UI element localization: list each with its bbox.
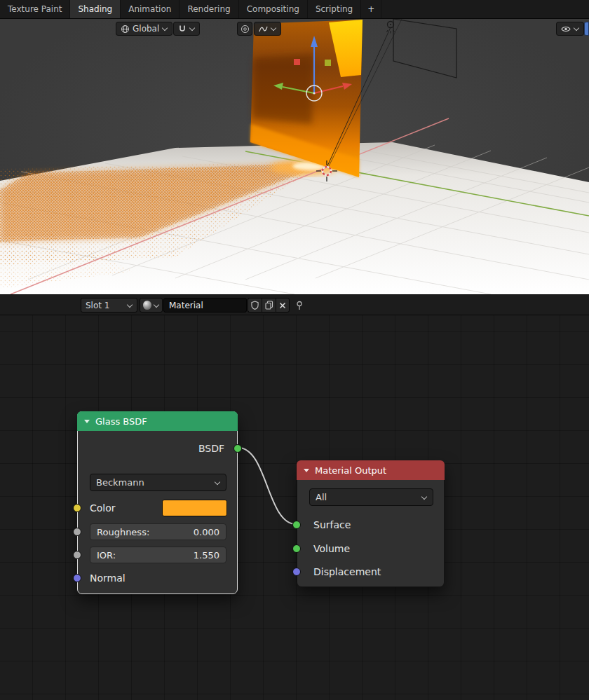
bsdf-output-socket[interactable] <box>233 444 242 453</box>
chevron-down-icon <box>271 26 276 32</box>
falloff-wave-icon <box>259 25 268 33</box>
target-select[interactable]: All <box>309 488 433 506</box>
unlink-material-button[interactable] <box>276 298 290 313</box>
shader-editor-header: Slot 1 Material <box>0 294 589 315</box>
tab-texture-paint[interactable]: Texture Paint <box>0 0 70 18</box>
fake-user-button[interactable] <box>248 298 262 313</box>
tab-label: Texture Paint <box>8 4 62 14</box>
target-value: All <box>316 492 327 502</box>
overlays-dropdown[interactable] <box>556 22 584 36</box>
tab-scripting[interactable]: Scripting <box>308 0 361 18</box>
tab-label: Scripting <box>316 4 353 14</box>
roughness-input-socket[interactable] <box>73 528 81 536</box>
close-icon <box>279 302 286 309</box>
workspace-tabbar: Texture Paint Shading Animation Renderin… <box>0 0 589 19</box>
displacement-label: Displacement <box>313 563 381 580</box>
bsdf-output-label: BSDF <box>198 440 224 457</box>
chevron-down-icon <box>154 303 159 308</box>
node-title: Material Output <box>315 465 386 476</box>
gizmo-plane-handle-x <box>294 59 300 65</box>
material-preview-icon <box>143 301 151 310</box>
volume-label: Volume <box>313 540 350 557</box>
collapse-icon[interactable] <box>84 420 90 423</box>
node-title: Glass BSDF <box>95 416 147 427</box>
proportional-editing-button[interactable] <box>237 22 252 36</box>
material-name-value: Material <box>169 301 203 310</box>
chevron-down-icon <box>162 26 168 32</box>
color-input-socket[interactable] <box>73 504 81 512</box>
surface-input-socket[interactable] <box>292 521 301 529</box>
distribution-select[interactable]: Beckmann <box>90 474 226 491</box>
slot-label: Slot 1 <box>86 301 109 310</box>
tab-shading[interactable]: Shading <box>70 0 121 18</box>
normal-input-socket[interactable] <box>73 574 81 582</box>
material-name-field[interactable]: Material <box>163 298 247 313</box>
ior-input-socket[interactable] <box>73 551 81 559</box>
tab-label: Animation <box>128 4 171 14</box>
falloff-dropdown[interactable] <box>254 22 281 36</box>
ior-label: IOR: <box>97 550 116 561</box>
copy-icon <box>265 301 273 310</box>
color-swatch[interactable] <box>162 500 227 516</box>
distribution-value: Beckmann <box>96 477 144 488</box>
roughness-field[interactable]: Roughness: 0.000 <box>90 523 226 540</box>
gizmo-center-dot <box>313 92 315 94</box>
orientation-globe-icon <box>121 25 130 34</box>
volume-input-socket[interactable] <box>292 544 301 553</box>
tab-rendering[interactable]: Rendering <box>180 0 238 18</box>
chevron-down-icon <box>421 495 427 500</box>
tab-label: Compositing <box>247 4 299 14</box>
snapping-dropdown[interactable] <box>173 22 200 36</box>
node-link[interactable] <box>238 448 296 524</box>
orientation-label: Global <box>133 24 159 34</box>
ior-value: 1.550 <box>194 550 219 561</box>
chevron-down-icon <box>127 303 133 308</box>
output-node-header[interactable]: Material Output <box>297 460 445 480</box>
viewport-3d[interactable]: Global <box>0 19 589 294</box>
pin-icon <box>295 301 304 310</box>
orientation-dropdown[interactable]: Global <box>116 22 172 36</box>
ior-field[interactable]: IOR: 1.550 <box>90 547 226 563</box>
plus-icon: + <box>367 4 374 14</box>
displacement-input-socket[interactable] <box>292 568 301 576</box>
glass-bsdf-node[interactable]: Glass BSDF BSDF Beckmann Color Roughness… <box>77 411 238 594</box>
add-workspace-button[interactable]: + <box>361 0 381 18</box>
chevron-down-icon <box>574 26 579 32</box>
shading-mode-button-partial[interactable] <box>584 22 589 36</box>
material-slot-select[interactable]: Slot 1 <box>81 298 137 313</box>
color-label: Color <box>90 500 116 516</box>
eye-icon <box>561 25 571 33</box>
collapse-icon[interactable] <box>304 469 309 472</box>
chevron-down-icon <box>189 26 195 32</box>
shield-icon <box>251 301 259 310</box>
magnet-icon <box>178 25 187 33</box>
proportional-circle-icon <box>241 25 250 34</box>
shader-editor[interactable]: Glass BSDF BSDF Beckmann Color Roughness… <box>0 315 589 700</box>
chevron-down-icon <box>215 480 220 486</box>
browse-material-button[interactable] <box>140 298 163 313</box>
tab-compositing[interactable]: Compositing <box>239 0 308 18</box>
gizmo-plane-handle-y <box>325 60 331 66</box>
tab-label: Rendering <box>187 4 230 14</box>
new-material-button[interactable] <box>262 298 276 313</box>
viewport-scene <box>0 19 589 294</box>
tab-label: Shading <box>78 4 112 14</box>
material-output-node[interactable]: Material Output All Surface Volume Displ… <box>297 460 445 587</box>
glass-node-header[interactable]: Glass BSDF <box>77 411 238 431</box>
normal-label: Normal <box>90 570 126 586</box>
roughness-value: 0.000 <box>194 527 219 537</box>
pin-button[interactable] <box>293 298 306 313</box>
blender-window: Texture Paint Shading Animation Renderin… <box>0 0 589 700</box>
tab-animation[interactable]: Animation <box>121 0 180 18</box>
roughness-label: Roughness: <box>97 527 149 537</box>
surface-label: Surface <box>313 516 351 533</box>
